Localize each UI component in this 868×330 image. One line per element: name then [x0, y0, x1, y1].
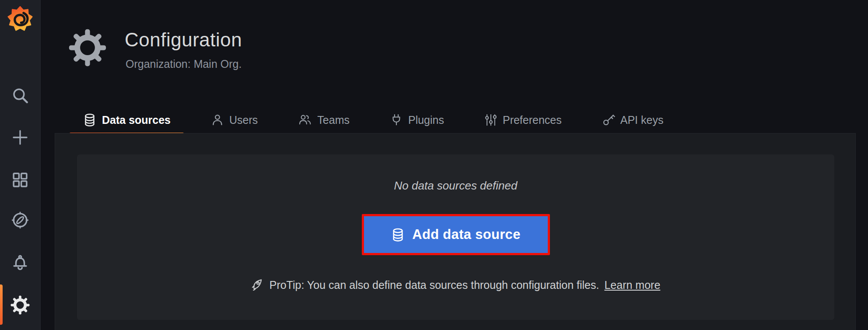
learn-more-link[interactable]: Learn more [604, 279, 660, 291]
tab-preferences[interactable]: Preferences [470, 106, 576, 133]
user-icon [211, 113, 224, 126]
protip-row: ProTip: You can also define data sources… [77, 278, 834, 291]
grafana-logo[interactable] [0, 5, 40, 32]
search-icon [11, 86, 29, 105]
protip-text: ProTip: You can also define data sources… [270, 279, 599, 291]
tab-users[interactable]: Users [197, 106, 272, 133]
empty-state-message: No data sources defined [77, 179, 834, 193]
configuration-gear-icon [68, 28, 107, 67]
tab-data-sources[interactable]: Data sources [69, 106, 185, 133]
content-container: No data sources defined Add data source … [55, 133, 856, 330]
sidebar-item-explore[interactable] [0, 210, 40, 231]
database-icon [83, 113, 97, 127]
tab-label: Data sources [102, 114, 171, 126]
grafana-logo-icon [7, 6, 33, 32]
sidebar-item-configuration[interactable] [0, 295, 40, 316]
compass-icon [10, 210, 30, 230]
empty-datasource-panel: No data sources defined Add data source … [77, 154, 834, 320]
plug-icon [390, 113, 403, 126]
page-header: Configuration Organization: Main Org. [41, 0, 868, 108]
sidebar-item-create[interactable] [0, 128, 40, 147]
page-subtitle: Organization: Main Org. [126, 58, 242, 70]
database-icon [391, 228, 405, 242]
tab-teams[interactable]: Teams [284, 106, 364, 133]
tab-label: Preferences [503, 114, 562, 126]
tab-label: Teams [317, 114, 350, 126]
plus-icon [11, 129, 29, 146]
key-icon [602, 113, 615, 126]
dashboards-grid-icon [11, 171, 29, 189]
tab-label: Users [229, 114, 258, 126]
sliders-icon [484, 113, 497, 126]
sidebar-item-alerting[interactable] [0, 253, 40, 274]
page-title: Configuration [125, 29, 242, 51]
add-data-source-label: Add data source [412, 227, 520, 242]
tab-plugins[interactable]: Plugins [376, 106, 458, 133]
team-icon [298, 113, 312, 127]
tab-label: Plugins [408, 114, 444, 126]
rocket-icon [251, 278, 264, 291]
add-data-source-button[interactable]: Add data source [364, 216, 548, 253]
sidebar-item-search[interactable] [0, 86, 40, 105]
sidebar-active-indicator [0, 284, 3, 325]
sidebar [0, 0, 41, 330]
gear-icon [10, 295, 30, 315]
bell-icon [10, 253, 30, 273]
tab-label: API keys [620, 114, 664, 126]
tab-api-keys[interactable]: API keys [588, 106, 678, 133]
highlight-box: Add data source [362, 214, 550, 255]
config-tabs: Data sources Users Teams [69, 106, 677, 133]
sidebar-item-dashboards[interactable] [0, 170, 40, 190]
